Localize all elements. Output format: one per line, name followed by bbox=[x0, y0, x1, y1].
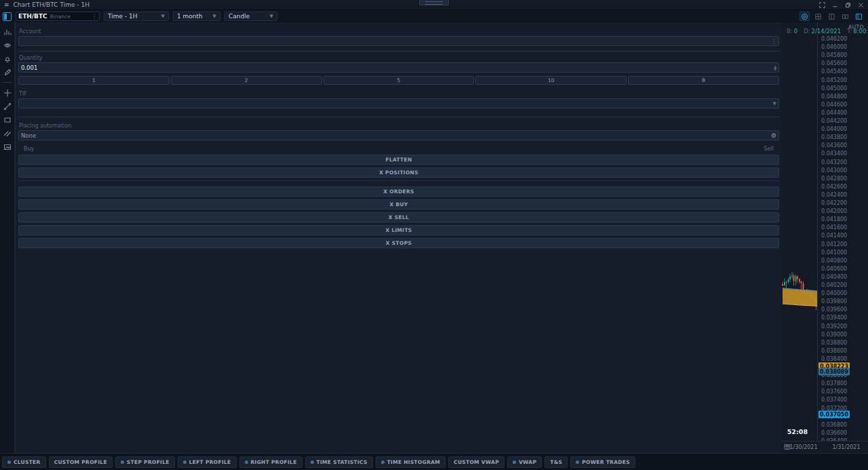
placing-automation-label: Placing automation bbox=[19, 123, 779, 129]
quantity-preset-button[interactable]: 1 bbox=[18, 76, 170, 85]
trendline-icon[interactable] bbox=[2, 101, 13, 111]
trade-button-x-buy[interactable]: X BUY bbox=[18, 199, 779, 210]
panel-toggle-icon[interactable] bbox=[3, 12, 12, 21]
zoom-gear-icon[interactable] bbox=[800, 12, 810, 21]
spinner-arrows-icon[interactable]: ▲▼ bbox=[774, 65, 776, 71]
tif-select[interactable]: ▼ bbox=[18, 98, 779, 109]
date-tick-label: 1/30/2021 bbox=[789, 444, 817, 450]
bottom-tool-custom-profile[interactable]: CUSTOM PROFILE bbox=[49, 456, 113, 468]
pencil-icon[interactable] bbox=[2, 67, 13, 77]
grid-icon[interactable] bbox=[813, 12, 823, 21]
restore-icon[interactable] bbox=[845, 2, 851, 8]
price-tick-label: 0.036600 bbox=[821, 429, 847, 435]
quantity-preset-button[interactable]: 2 bbox=[171, 76, 322, 85]
bottom-tool-cluster[interactable]: CLUSTER bbox=[2, 456, 46, 468]
chart-area[interactable]: ETH/BTCETH / BTC B:0D:2/14/2021T:8:00:00… bbox=[781, 22, 817, 441]
chevron-down-icon: ▼ bbox=[213, 14, 216, 19]
bottom-toolbar: CLUSTERCUSTOM PROFILESTEP PROFILELEFT PR… bbox=[0, 453, 868, 470]
layout-icon[interactable] bbox=[854, 12, 864, 21]
chevron-down-icon: ▼ bbox=[161, 14, 165, 19]
account-select[interactable]: ⋮ bbox=[18, 36, 779, 46]
trade-panel: Account ⋮ Quantity 0.001 ▲▼ 12510B TIF ▼… bbox=[15, 22, 781, 453]
last-price-badge: 0.037050 bbox=[818, 410, 850, 418]
tool-dot-icon bbox=[513, 461, 516, 464]
bottom-tool-custom-vwap[interactable]: CUSTOM VWAP bbox=[448, 456, 505, 468]
fullscreen-icon[interactable] bbox=[819, 2, 825, 8]
menu-icon[interactable]: ≡ bbox=[4, 1, 9, 8]
bottom-tool-left-profile[interactable]: LEFT PROFILE bbox=[178, 456, 237, 468]
symbol-selector[interactable]: ETH/BTC Binance ⋮ bbox=[16, 12, 100, 21]
price-tick-label: 0.036800 bbox=[821, 421, 847, 427]
quantity-input[interactable]: 0.001 ▲▼ bbox=[18, 62, 779, 73]
parallel-lines-icon[interactable] bbox=[2, 128, 13, 138]
buy-label[interactable]: Buy bbox=[24, 146, 34, 152]
ohlc-info-bar: B:0D:2/14/2021T:8:00:00 PMO:0.037077H:0.… bbox=[787, 27, 868, 35]
price-tick-label: 0.039200 bbox=[821, 323, 847, 329]
price-tick-label: 0.041600 bbox=[821, 224, 847, 231]
sell-label[interactable]: Sell bbox=[764, 146, 774, 152]
bottom-tool-power-trades[interactable]: POWER TRADES bbox=[570, 456, 635, 468]
trade-button-x-orders[interactable]: X ORDERS bbox=[18, 187, 779, 197]
date-axis[interactable]: 1/30/20211/31/2021MFebruary2/2/20212/3/2… bbox=[781, 441, 868, 453]
quantity-preset-button[interactable]: 10 bbox=[475, 76, 627, 85]
placing-automation-value: None bbox=[21, 132, 36, 139]
bottom-tool-step-profile[interactable]: STEP PROFILE bbox=[115, 456, 175, 468]
price-tick-label: 0.043000 bbox=[821, 167, 847, 173]
price-tick-label: 0.037400 bbox=[821, 397, 847, 403]
toolbar-right-icons bbox=[800, 12, 865, 21]
rectangle-icon[interactable] bbox=[2, 115, 13, 125]
range-value: 1 month bbox=[177, 13, 203, 20]
symbol-name: ETH/BTC bbox=[18, 13, 47, 20]
price-tick-label: 0.038400 bbox=[821, 355, 847, 361]
tool-dot-icon bbox=[121, 461, 124, 464]
trade-button-x-positions[interactable]: X POSITIONS bbox=[18, 168, 779, 178]
account-label: Account bbox=[19, 28, 779, 35]
minimize-icon[interactable] bbox=[832, 2, 838, 8]
price-tick-label: 0.045800 bbox=[821, 52, 847, 58]
bottom-tool-time-statistics[interactable]: TIME STATISTICS bbox=[305, 456, 373, 468]
bottom-tool-vwap[interactable]: VWAP bbox=[507, 456, 542, 468]
placing-automation-select[interactable]: None ⚙ bbox=[18, 130, 779, 140]
price-axis[interactable]: AUTO 0.0462000.0460000.0458000.0456000.0… bbox=[817, 22, 868, 441]
bottom-tool-time-histogram[interactable]: TIME HISTOGRAM bbox=[376, 456, 446, 468]
columns-icon[interactable] bbox=[827, 12, 837, 21]
chart-style-select[interactable]: Candle▼ bbox=[224, 12, 277, 21]
price-tick-label: 0.039800 bbox=[821, 298, 847, 305]
tool-dot-icon bbox=[7, 461, 11, 464]
symbol-menu-icon[interactable]: ⋮ bbox=[92, 14, 97, 20]
trade-button-x-sell[interactable]: X SELL bbox=[18, 212, 779, 222]
chart-toolbar: ETH/BTC Binance ⋮ Time - 1H▼ 1 month▼ Ca… bbox=[0, 10, 868, 22]
ohlc-item: B:0 bbox=[787, 28, 797, 35]
quantity-value: 0.001 bbox=[21, 64, 37, 71]
crosshair-icon[interactable] bbox=[2, 87, 13, 98]
trade-button-x-stops[interactable]: X STOPS bbox=[18, 238, 779, 248]
eye-icon[interactable] bbox=[2, 40, 13, 50]
bar-chart-icon[interactable] bbox=[2, 26, 13, 37]
price-tick-label: 0.042600 bbox=[821, 183, 847, 189]
price-tick-label: 0.042000 bbox=[821, 208, 847, 214]
bottom-tool-right-profile[interactable]: RIGHT PROFILE bbox=[239, 456, 302, 468]
dock-handle[interactable] bbox=[419, 0, 449, 5]
tif-label: TIF bbox=[19, 91, 779, 97]
price-tick-label: 0.041800 bbox=[821, 216, 847, 222]
bell-icon[interactable] bbox=[2, 54, 13, 64]
bottom-tool-t-s[interactable]: T&S bbox=[545, 456, 568, 468]
snapshot-icon[interactable] bbox=[2, 142, 13, 152]
timeframe-select[interactable]: Time - 1H▼ bbox=[104, 12, 169, 21]
ohlc-item: T:8:00:00 PM bbox=[847, 28, 868, 35]
drawing-toolbar bbox=[0, 22, 15, 453]
quantity-preset-button[interactable]: B bbox=[628, 76, 779, 85]
trade-button-x-limits[interactable]: X LIMITS bbox=[18, 225, 779, 235]
pages-icon[interactable] bbox=[840, 12, 850, 21]
gear-icon[interactable]: ⚙ bbox=[771, 132, 776, 139]
close-window-icon[interactable] bbox=[858, 2, 864, 8]
range-select[interactable]: 1 month▼ bbox=[173, 12, 220, 21]
quantity-preset-button[interactable]: 5 bbox=[323, 76, 475, 85]
price-tick-label: 0.040600 bbox=[821, 265, 847, 271]
price-tick-label: 0.041200 bbox=[821, 241, 847, 247]
tool-dot-icon bbox=[381, 461, 384, 464]
price-tick-label: 0.039000 bbox=[821, 331, 847, 337]
title-bar: ≡ Chart ETH/BTC Time - 1H bbox=[0, 0, 868, 10]
price-tick-label: 0.036400 bbox=[821, 437, 847, 441]
trade-button-flatten[interactable]: FLATTEN bbox=[18, 155, 779, 165]
